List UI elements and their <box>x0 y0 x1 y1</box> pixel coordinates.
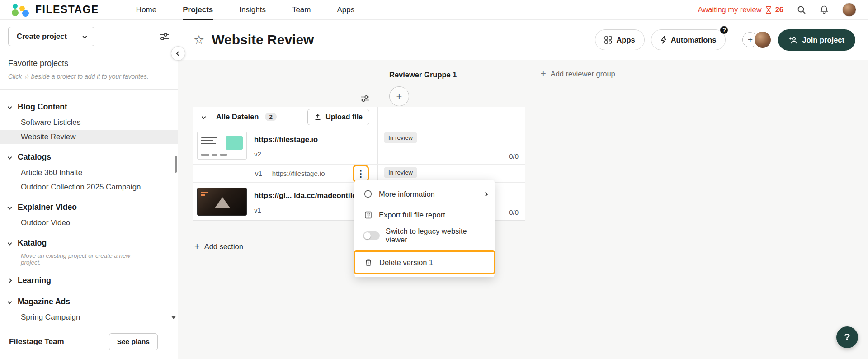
nav-apps[interactable]: Apps <box>337 0 354 20</box>
chevron-down-icon <box>8 241 12 246</box>
sidebar-scroll-area[interactable]: Favorite projects Click ☆ beside a proje… <box>0 49 178 324</box>
grid-icon <box>604 36 612 44</box>
automations-help-badge[interactable]: ? <box>719 25 729 35</box>
menu-item-legacy-viewer[interactable]: Switch to legacy website viewer <box>354 225 495 246</box>
file-1-review-cell[interactable]: In review 0/0 <box>377 127 525 164</box>
files-filter-icon[interactable] <box>360 95 370 102</box>
create-project-caret[interactable] <box>75 27 94 46</box>
project-outdoor-video[interactable]: Outdoor Video <box>0 216 178 230</box>
create-project-label[interactable]: Create project <box>9 27 75 46</box>
section-collapse-icon[interactable] <box>202 115 206 119</box>
group-learning[interactable]: Learning <box>0 272 178 289</box>
chevron-left-icon <box>176 51 180 56</box>
file-1-status-badge: In review <box>384 132 417 143</box>
version-1-kebab-menu-button[interactable]: ⋮ <box>354 166 368 181</box>
version-context-menu: More information Export full file report… <box>354 180 495 277</box>
file-2-cell[interactable]: https://gl... lda.cc/madeontilda/ v1 <box>193 183 377 220</box>
header-divider <box>734 33 734 46</box>
app-logo[interactable]: FILESTAGE <box>12 3 99 17</box>
project-outdoor-collection-2025[interactable]: Outdoor Collection 2025 Campaign <box>0 180 178 194</box>
file-2-version: v1 <box>254 206 363 214</box>
menu-item-delete-version[interactable]: Delete version 1 <box>355 252 494 273</box>
topbar: FILESTAGE Home Projects Insights Team Ap… <box>0 0 868 20</box>
version-connector-line <box>217 165 228 173</box>
awaiting-review-link[interactable]: Awaiting my review 26 <box>698 5 783 14</box>
add-section-button[interactable]: + Add section <box>194 241 243 252</box>
automations-button[interactable]: Automations <box>651 29 726 50</box>
nav-projects[interactable]: Projects <box>183 0 213 20</box>
collapse-sidebar-button[interactable] <box>171 46 185 61</box>
team-name: Filestage Team <box>9 337 64 346</box>
report-icon <box>363 211 373 219</box>
apps-button-label: Apps <box>616 36 635 44</box>
file-1-url[interactable]: https://filestage.io <box>254 135 318 144</box>
nav-insights[interactable]: Insights <box>239 0 266 20</box>
project-software-listicles[interactable]: Software Listicles <box>0 115 178 130</box>
filestage-logo-icon <box>12 3 30 17</box>
version-1-url[interactable]: https://filestage.io <box>272 170 325 177</box>
user-avatar[interactable] <box>842 3 856 17</box>
file-2-progress: 0/0 <box>509 208 519 216</box>
info-icon <box>363 190 373 198</box>
member-avatar[interactable] <box>754 31 772 49</box>
add-reviewer-plus-button[interactable]: + <box>389 86 409 106</box>
brand-name: FILESTAGE <box>35 4 99 16</box>
add-section-label: Add section <box>204 242 243 251</box>
project-website-review[interactable]: Website Review <box>0 130 178 144</box>
sidebar-filter-icon[interactable] <box>159 33 170 41</box>
top-navigation: Home Projects Insights Team Apps <box>136 0 354 20</box>
file-2-url[interactable]: https://gl... lda.cc/madeontilda/ <box>254 191 363 200</box>
group-magazine-ads[interactable]: Magazine Ads <box>0 293 178 310</box>
page-header: ☆ Website Review Apps <box>178 20 868 60</box>
page-title: Website Review <box>212 32 314 47</box>
section-name[interactable]: Alle Dateien <box>216 113 259 121</box>
group-catalogs[interactable]: Catalogs <box>0 149 178 165</box>
version-1-status-badge: In review <box>384 167 417 178</box>
group-explainer-video[interactable]: Explainer Video <box>0 199 178 216</box>
chevron-down-icon <box>8 105 12 109</box>
see-plans-button[interactable]: See plans <box>109 333 158 350</box>
file-1-progress: 0/0 <box>509 152 519 160</box>
delete-version-label: Delete version 1 <box>379 258 433 267</box>
person-plus-icon <box>789 36 797 44</box>
apps-button[interactable]: Apps <box>595 29 644 50</box>
upload-file-button[interactable]: Upload file <box>307 109 369 125</box>
project-tree: Blog Content Software Listicles Website … <box>0 90 178 324</box>
automations-button-label: Automations <box>671 36 717 44</box>
section-row: Alle Dateien 2 Upload file <box>193 107 525 127</box>
create-project-button[interactable]: Create project <box>8 27 94 46</box>
file-2-thumbnail[interactable] <box>197 188 247 216</box>
chevron-down-icon <box>83 34 87 39</box>
topbar-right: Awaiting my review 26 <box>698 3 856 17</box>
version-1-cell[interactable]: v1 https://filestage.io ⋮ <box>193 165 377 182</box>
nav-home[interactable]: Home <box>136 0 156 20</box>
nav-team[interactable]: Team <box>292 0 311 20</box>
group-blog-content[interactable]: Blog Content <box>0 99 178 115</box>
main-content: ☆ Website Review Apps <box>178 20 868 359</box>
legacy-viewer-toggle[interactable] <box>363 231 380 240</box>
file-1-thumbnail[interactable] <box>197 132 247 160</box>
help-fab-button[interactable]: ? <box>836 326 858 348</box>
project-spring-campaign[interactable]: Spring Campaign <box>0 310 178 324</box>
katalog-empty-hint: Move an existing project or create a new… <box>0 251 178 268</box>
menu-item-more-information[interactable]: More information <box>354 184 495 204</box>
export-report-label: Export full file report <box>379 211 445 219</box>
join-project-button[interactable]: Join project <box>778 29 855 51</box>
hourglass-icon <box>765 6 772 14</box>
favorite-star-icon[interactable]: ☆ <box>193 34 204 46</box>
members-avatar-stack: + <box>742 31 772 49</box>
file-1-cell[interactable]: https://filestage.io v2 <box>193 127 377 164</box>
chevron-down-icon <box>8 155 12 160</box>
sidebar-scrollbar-thumb[interactable] <box>175 156 177 173</box>
plus-icon: + <box>541 69 546 79</box>
project-article-360-inhalte[interactable]: Article 360 Inhalte <box>0 165 178 180</box>
group-katalog[interactable]: Katalog <box>0 235 178 251</box>
projects-sidebar: Create project Favorite projects Click ☆… <box>0 20 178 359</box>
add-reviewer-group-button[interactable]: + Add reviewer group <box>541 69 615 79</box>
notifications-bell-icon[interactable] <box>820 5 829 14</box>
menu-item-export-report[interactable]: Export full file report <box>354 204 495 225</box>
sidebar-scroll-down-arrow[interactable] <box>171 316 176 319</box>
create-project-row: Create project <box>0 20 178 49</box>
search-icon[interactable] <box>797 5 806 14</box>
project-board: Reviewer Gruppe 1 + Alle Dateien 2 <box>178 60 868 359</box>
